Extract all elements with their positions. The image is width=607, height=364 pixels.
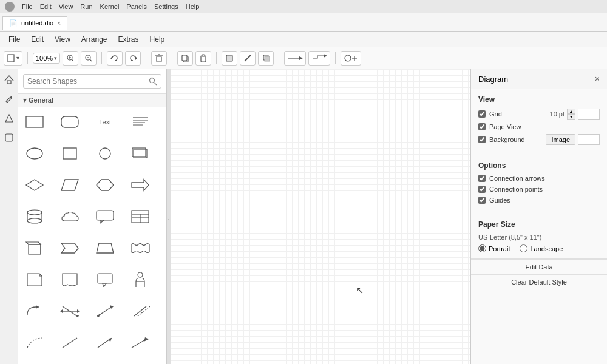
shape-cylinder[interactable] xyxy=(23,205,46,228)
connection-arrows-checkbox[interactable] xyxy=(478,175,486,182)
page-view-label: Page View xyxy=(489,123,521,130)
redo-button[interactable] xyxy=(125,51,141,66)
shape-document[interactable] xyxy=(58,268,81,291)
shape-trapezoid[interactable] xyxy=(93,237,117,260)
panel-close-button[interactable]: × xyxy=(595,74,600,84)
shape-rectangle[interactable] xyxy=(23,110,46,133)
menu-edit[interactable]: Edit xyxy=(26,33,49,46)
portrait-radio[interactable] xyxy=(478,244,486,252)
shape-arrow-right[interactable] xyxy=(129,174,152,197)
paste-button[interactable] xyxy=(195,51,211,66)
svg-rect-27 xyxy=(7,81,11,84)
shape-parallelogram[interactable] xyxy=(58,174,81,197)
menu-view[interactable]: View xyxy=(50,33,75,46)
os-menu-run[interactable]: Run xyxy=(80,3,92,10)
shape-ellipse[interactable] xyxy=(23,142,46,165)
grid-color-box[interactable] xyxy=(578,109,600,120)
fill-color-button[interactable] xyxy=(222,51,237,66)
menu-extras[interactable]: Extras xyxy=(114,33,144,46)
shape-bidirectional-arrow[interactable] xyxy=(58,300,81,323)
svg-rect-39 xyxy=(63,148,76,159)
os-menu-kernel[interactable]: Kernel xyxy=(100,3,120,10)
grid-spinner[interactable]: ▲ ▼ xyxy=(567,109,575,120)
os-menu-help[interactable]: Help xyxy=(186,3,200,10)
background-color-box[interactable] xyxy=(578,134,600,145)
sidebar-icon-home[interactable] xyxy=(2,73,16,86)
os-menu-file[interactable]: File xyxy=(22,3,33,10)
line-color-button[interactable] xyxy=(240,51,256,66)
sidebar-icon-pencil[interactable] xyxy=(2,92,16,106)
toolbar: ▾ 100% ▾ xyxy=(0,47,607,69)
shape-table[interactable] xyxy=(129,205,152,228)
delete-button[interactable] xyxy=(151,51,167,66)
clear-default-style-link[interactable]: Clear Default Style xyxy=(471,274,607,289)
os-menu-panels[interactable]: Panels xyxy=(126,3,147,10)
os-menu-settings[interactable]: Settings xyxy=(154,3,178,10)
shape-callout[interactable] xyxy=(93,268,117,291)
shape-curved-arrow[interactable] xyxy=(23,300,46,323)
waypoint-style-button[interactable] xyxy=(308,51,330,66)
sidebar-icon-shapes[interactable] xyxy=(2,112,16,125)
shape-rounded-rectangle[interactable] xyxy=(58,110,81,133)
shape-arrow-line[interactable] xyxy=(93,331,117,354)
svg-rect-51 xyxy=(97,211,114,220)
shape-cloud[interactable] xyxy=(58,205,81,228)
svg-rect-32 xyxy=(26,116,43,127)
paper-size-section: Paper Size US-Letter (8,5" x 11") Portra… xyxy=(471,214,607,259)
sidebar-icon-link[interactable] xyxy=(2,131,16,144)
tab-close-button[interactable]: × xyxy=(57,20,61,27)
zoom-out-button[interactable] xyxy=(81,51,97,66)
shape-circle[interactable] xyxy=(93,142,117,165)
grid-checkbox[interactable] xyxy=(478,110,486,118)
shape-diamond[interactable] xyxy=(23,174,46,197)
file-tab[interactable]: 📄 untitled.dio × xyxy=(2,16,67,30)
shape-text[interactable]: Text xyxy=(93,110,117,133)
connection-points-checkbox[interactable] xyxy=(478,186,486,193)
image-button[interactable]: Image xyxy=(546,134,575,145)
menu-help[interactable]: Help xyxy=(145,33,170,46)
shape-wave-banner[interactable] xyxy=(129,237,152,260)
general-section-header[interactable]: ▾ General xyxy=(18,93,166,107)
edit-data-link[interactable]: Edit Data xyxy=(471,259,607,274)
search-input[interactable] xyxy=(27,77,146,86)
shape-shadow-box[interactable] xyxy=(129,142,152,165)
copy-button[interactable] xyxy=(177,51,193,66)
shape-cube[interactable] xyxy=(23,237,46,260)
landscape-radio[interactable] xyxy=(520,244,527,252)
shape-speech-bubble[interactable] xyxy=(93,205,117,228)
os-menu-view[interactable]: View xyxy=(59,3,73,10)
shape-folded-page[interactable] xyxy=(23,268,46,291)
shape-arrow-right-line[interactable] xyxy=(129,331,152,354)
shape-diagonal-line[interactable] xyxy=(129,300,152,323)
shape-diagonal-arrow[interactable] xyxy=(93,300,117,323)
guides-checkbox[interactable] xyxy=(478,197,486,204)
search-bar[interactable] xyxy=(23,74,161,89)
page-view-checkbox[interactable] xyxy=(478,123,486,130)
zoom-selector[interactable]: 100% ▾ xyxy=(33,53,60,64)
canvas-area[interactable]: ↖ xyxy=(171,69,470,364)
undo-button[interactable] xyxy=(107,51,123,66)
shape-dotted-line[interactable] xyxy=(23,331,46,354)
shadow-button[interactable] xyxy=(258,51,274,66)
grid-spin-up[interactable]: ▲ xyxy=(567,109,575,114)
svg-point-38 xyxy=(27,148,42,159)
landscape-option[interactable]: Landscape xyxy=(520,244,563,252)
portrait-option[interactable]: Portrait xyxy=(478,244,510,252)
shape-hexagon[interactable] xyxy=(93,174,117,197)
menu-file[interactable]: File xyxy=(4,33,25,46)
shape-square[interactable] xyxy=(58,142,81,165)
insert-button[interactable] xyxy=(341,51,361,66)
background-checkbox[interactable] xyxy=(478,136,486,143)
page-dropdown-button[interactable]: ▾ xyxy=(4,51,22,66)
connection-style-button[interactable] xyxy=(284,51,306,66)
svg-marker-82 xyxy=(144,337,149,342)
shape-chevron[interactable] xyxy=(58,237,81,260)
shape-note[interactable] xyxy=(129,110,152,133)
shape-person[interactable] xyxy=(129,268,152,291)
grid-spin-down[interactable]: ▼ xyxy=(567,114,575,120)
menu-arrange[interactable]: Arrange xyxy=(76,33,112,46)
svg-line-78 xyxy=(63,338,77,348)
os-menu-edit[interactable]: Edit xyxy=(40,3,52,10)
shape-slash[interactable] xyxy=(58,331,81,354)
zoom-in-button[interactable] xyxy=(63,51,78,66)
